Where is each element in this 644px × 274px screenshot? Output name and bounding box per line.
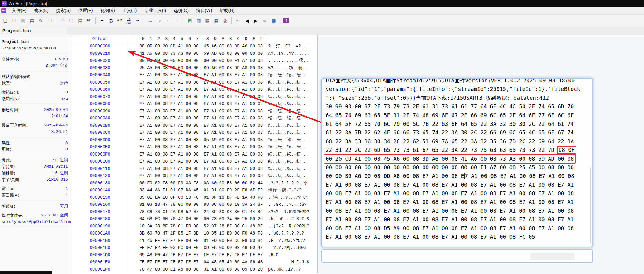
hex-row[interactable]: 000000F0E7 A1 00 08 E7 A1 00 08 E7 A1 00…	[71, 151, 318, 158]
hex-bytes[interactable]: 25 A5 00 08 00 00 00 00 B9 A6 00 08 DD A…	[129, 65, 265, 72]
hex-bytes[interactable]: 83 44 AA F1 01 07 DA 45 01 D1 00 F0 2F F…	[129, 187, 265, 194]
hex-bytes[interactable]: E7 A1 00 08 E7 A1 00 08 E7 A1 00 08 E7 A…	[129, 115, 265, 122]
hex-ascii[interactable]: 纭..纭..纭..纭..	[265, 86, 318, 93]
hex-row[interactable]: 000001B011 46 FF F7 F7 FF 00 F0 D1 FD 00…	[71, 237, 318, 245]
next-window-icon[interactable]: ▶	[252, 17, 260, 25]
magnifier-icon[interactable]: ◎	[221, 17, 229, 25]
hex-row[interactable]: 0000019010 3A 28 BF 78 C1 FB D8 52 07 28…	[71, 223, 318, 230]
hex-row[interactable]: 0000016001 03 18 47 78 0C 00 00 98 0C 00…	[71, 201, 318, 208]
hex-ascii[interactable]: ...Gx...?...:$?	[265, 201, 318, 208]
hex-ascii[interactable]: 纭..纭..纭..纭..	[265, 172, 318, 180]
hex-row[interactable]: 0000003025 A5 00 08 00 00 00 00 B9 A6 00…	[71, 65, 318, 72]
hex-ascii[interactable]: %?......功..莸..	[265, 65, 318, 72]
hex-bytes[interactable]: E7 A1 00 08 E7 A1 00 08 E7 A1 00 08 E7 A…	[129, 122, 265, 129]
terminal-scrollbar[interactable]	[590, 167, 591, 244]
menu-item-0[interactable]: 文件(F)	[8, 8, 30, 13]
hex-ascii[interactable]: 纭..纭..纭..纭..	[265, 93, 318, 101]
copy-icon[interactable]: ❐	[67, 17, 76, 25]
hex-bytes[interactable]: 00 00 00 00 00 00 00 00 00 00 00 00 F1 A…	[129, 57, 265, 65]
find-icon[interactable]: ●●	[98, 17, 106, 25]
replace-icon[interactable]: A:B	[116, 17, 124, 25]
hex-row[interactable]: 0000002000 00 00 00 00 00 00 00 00 00 00…	[71, 57, 318, 65]
hex-bytes[interactable]: 10 3A 28 BF 78 C1 FB D8 52 07 28 BF 30 C…	[129, 223, 265, 230]
hex-row[interactable]: 00000000D8 0F 00 20 CD A1 00 08 45 A6 00…	[71, 43, 318, 50]
hex-bytes[interactable]: E7 A1 00 08 E7 A1 00 08 E7 A1 00 08 E7 A…	[129, 100, 265, 108]
hex-bytes[interactable]: 78 C8 78 C1 FA D8 52 07 24 BF 30 C8 30 C…	[129, 208, 265, 216]
calculator-icon[interactable]: ▦	[212, 17, 220, 25]
hex-ascii[interactable]: .H.I.J.K	[265, 259, 318, 266]
hex-bytes[interactable]: FF F7 F2 FF 03 BC 00 F0 CD F8 00 00 09 4…	[129, 244, 265, 252]
hex-row[interactable]: 0000014083 44 AA F1 01 07 DA 45 01 D1 00…	[71, 187, 318, 194]
print-icon[interactable]: ▤	[28, 17, 36, 25]
hex-ascii[interactable]: 纭..纭..纭..纭..	[265, 158, 318, 165]
hex-ascii[interactable]: 纭..纭..纭..纭..	[265, 108, 318, 115]
find-hex-icon[interactable]: ●●HEX	[107, 17, 115, 25]
hex-row[interactable]: 0000018004 68 0C 60 70 47 00 00 00 23 00…	[71, 216, 318, 223]
hex-row[interactable]: 000000A0E7 A1 00 08 E7 A1 00 08 E7 A1 00…	[71, 115, 318, 122]
hex-ascii[interactable]: 纭..纭..纭..纭..	[265, 122, 318, 129]
hex-bytes[interactable]: 0B 60 70 47 1F B5 1F BD 10 B5 10 BD 00 F…	[129, 230, 265, 237]
hex-ascii[interactable]: 纭..纭..纭..纭..	[265, 165, 318, 173]
hex-ascii[interactable]: pG..岮..1?..?.	[265, 266, 318, 273]
hex-row[interactable]: 000001E0FE E7 FE E7 FE E7 FE E7 04 48 05…	[71, 259, 318, 266]
hex-bytes[interactable]: E7 A1 00 08 E7 A1 00 08 E7 A1 00 08 E7 A…	[129, 165, 265, 173]
menu-item-8[interactable]: 窗口(W)	[192, 8, 216, 13]
goto-offset-icon[interactable]: →	[146, 17, 154, 25]
hex-ascii[interactable]: ..鸿...?...?? C?	[265, 194, 318, 201]
hex-ascii[interactable]: x?x? R.$?0?0?D?	[265, 208, 318, 216]
menu-item-7[interactable]: 选项(O)	[170, 8, 192, 13]
ram-editor-icon[interactable]: ▦	[203, 17, 212, 25]
hex-ascii[interactable]: .h.`pG...#.$.%.&	[265, 216, 318, 223]
tab-project-bin[interactable]: Project.bin	[0, 27, 68, 35]
goto-page-icon[interactable]: ⇥	[155, 17, 163, 25]
hex-bytes[interactable]: E7 A1 00 08 E7 A1 00 08 E7 A1 00 08 E7 A…	[129, 93, 265, 101]
hex-row[interactable]: 000000D0E7 A1 00 08 E7 A1 00 08 D5 A9 00…	[71, 137, 318, 144]
hex-row[interactable]: 00000070E7 A1 00 08 E7 A1 00 08 E7 A1 00…	[71, 93, 318, 101]
hex-row[interactable]: 00000040E7 A1 00 08 E7 A1 00 08 E7 A1 00…	[71, 72, 318, 79]
hex-ascii[interactable]: 纭..纭..诈..纭..	[265, 137, 318, 144]
data-interpreter-icon[interactable]: ▩	[269, 17, 278, 25]
hex-row[interactable]: 00000110E7 A1 00 08 E7 A1 00 08 E7 A1 00…	[71, 165, 318, 173]
hex-bytes[interactable]: 70 47 00 00 E1 A8 00 08 31 A1 00 08 D8 0…	[129, 266, 265, 273]
hex-row[interactable]: 00000080E7 A1 00 08 E7 A1 00 08 E7 A1 00…	[71, 100, 318, 108]
menu-item-5[interactable]: 工具(T)	[119, 8, 141, 13]
hex-row[interactable]: 00000120E7 A1 00 08 E7 A1 00 08 E7 A1 00…	[71, 172, 318, 180]
hex-bytes[interactable]: 11 46 FF F7 F7 FF 00 F0 D1 FD 00 F0 C6 F…	[129, 237, 265, 245]
hex-bytes[interactable]: E7 A1 00 08 E7 A1 00 08 E7 A1 00 08 E7 A…	[129, 158, 265, 165]
hex-ascii[interactable]: ?. 汀..E?..=?..	[265, 43, 318, 50]
hex-row[interactable]: 000001D009 48 00 47 FE E7 FE E7 FE E7 FE…	[71, 252, 318, 259]
hex-bytes[interactable]: E7 A1 00 08 E7 A1 00 08 E7 A1 00 08 E7 A…	[129, 79, 265, 86]
menu-item-9[interactable]: 帮助(H)	[216, 8, 238, 13]
hex-ascii[interactable]: ?.?.?网...H€G	[265, 244, 318, 252]
hex-bytes[interactable]: E7 A1 00 08 E7 A1 00 08 E7 A1 00 08 E7 A…	[129, 151, 265, 158]
hex-ascii[interactable]: 憳铧..贎.?.?/?	[265, 187, 318, 194]
hex-ascii[interactable]: .`pG.?.?.?.?.?	[265, 230, 318, 237]
hex-bytes[interactable]: 04 68 0C 60 70 47 00 00 00 23 00 24 00 2…	[129, 216, 265, 223]
hex-bytes[interactable]: E7 A1 00 08 E7 A1 00 08 E7 A1 00 08 E7 A…	[129, 86, 265, 93]
menu-item-1[interactable]: 编辑(E)	[30, 8, 52, 13]
hex-row[interactable]: 0000015009 0E BA E8 0F 00 13 F0 01 0F 18…	[71, 194, 318, 201]
hex-row[interactable]: 00000050E7 A1 00 08 E7 A1 00 08 E7 A1 00…	[71, 79, 318, 86]
hex-ascii[interactable]: ............瘰..	[265, 57, 318, 65]
document-icon[interactable]: EX	[1, 8, 6, 13]
hex-row[interactable]: 0000001041 A6 00 08 73 A3 00 08 59 AD 00…	[71, 50, 318, 58]
drive-tools-icon[interactable]: ▥	[194, 17, 203, 25]
script-icon[interactable]: √x	[234, 17, 242, 25]
help-icon[interactable]: ?	[283, 18, 289, 23]
hex-row[interactable]: 0000017078 C8 78 C1 FA D8 52 07 24 BF 30…	[71, 208, 318, 216]
prev-window-icon[interactable]: ◀	[243, 17, 251, 25]
replace-hex-icon[interactable]: ⇄HEX	[124, 17, 133, 25]
hex-row[interactable]: 000000B0E7 A1 00 08 E7 A1 00 08 E7 A1 00…	[71, 122, 318, 129]
hex-bytes[interactable]: FE E7 FE E7 FE E7 FE E7 04 48 05 49 05 4…	[129, 259, 265, 266]
terminal-send-area[interactable]	[321, 249, 593, 263]
hex-bytes[interactable]: E7 A1 00 08 E7 A1 00 08 E7 A1 00 08 E7 A…	[129, 172, 265, 180]
hex-ascii[interactable]: 纭..纭..纭..纭..	[265, 129, 318, 137]
hex-row[interactable]: 000000C0E7 A1 00 08 E7 A1 00 08 E7 A1 00…	[71, 129, 318, 137]
hex-row[interactable]: 0000013000 F0 02 F8 00 F0 3A F8 0A A0 90…	[71, 180, 318, 187]
hex-row[interactable]: 000001A00B 60 70 47 1F B5 1F BD 10 B5 10…	[71, 230, 318, 237]
hex-ascii[interactable]: .?.?.?:?.?.?..偓	[265, 180, 318, 187]
open-file-icon[interactable]: ❒	[10, 17, 18, 25]
file-properties-icon[interactable]: ✎	[37, 17, 45, 25]
hex-row[interactable]: 000000E0E7 A1 00 08 E7 A1 00 08 E7 A1 00…	[71, 144, 318, 151]
hex-bytes[interactable]: E7 A1 00 08 E7 A1 00 08 D5 A9 00 08 E7 A…	[129, 137, 265, 144]
